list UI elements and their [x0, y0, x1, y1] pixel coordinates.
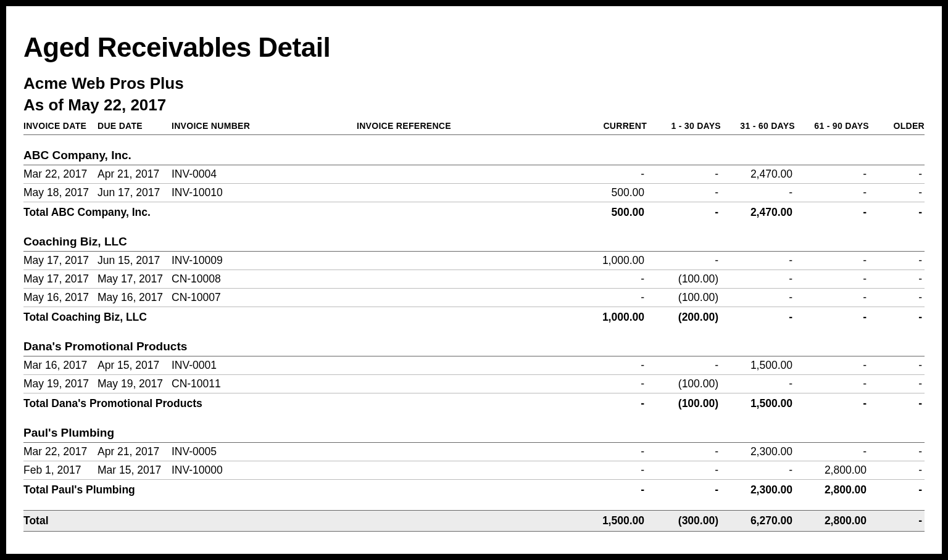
cell-invoice-date: May 18, 2017 — [23, 184, 98, 202]
section-total-d1_30: - — [647, 202, 721, 222]
cell-d61_90: - — [795, 289, 869, 307]
cell-invoice-date: May 17, 2017 — [23, 252, 98, 270]
cell-d61_90: - — [795, 356, 869, 375]
cell-invoice-reference — [357, 443, 573, 461]
cell-invoice-date: Mar 22, 2017 — [23, 443, 98, 461]
table-row: May 17, 2017May 17, 2017CN-10008-(100.00… — [23, 270, 925, 289]
cell-older: - — [869, 270, 925, 289]
section-total-d61_90: 2,800.00 — [795, 480, 869, 500]
section-header: Dana's Promotional Products — [23, 326, 925, 356]
cell-invoice-number: INV-10009 — [172, 252, 357, 270]
col-invoice-reference: INVOICE REFERENCE — [357, 118, 573, 135]
col-31-60: 31 - 60 DAYS — [721, 118, 795, 135]
col-invoice-date: INVOICE DATE — [23, 118, 98, 135]
section-total-d1_30: - — [647, 480, 721, 500]
cell-invoice-number: INV-0001 — [172, 356, 357, 375]
cell-invoice-date: Mar 22, 2017 — [23, 165, 98, 184]
section-total-older: - — [869, 307, 925, 327]
section-name-cell: Paul's Plumbing — [23, 413, 925, 443]
cell-older: - — [869, 165, 925, 184]
cell-invoice-date: May 17, 2017 — [23, 270, 98, 289]
table-row: Mar 22, 2017Apr 21, 2017INV-0004--2,470.… — [23, 165, 925, 184]
cell-current: - — [573, 356, 647, 375]
section-total-d61_90: - — [795, 393, 869, 413]
section-total-current: - — [573, 393, 647, 413]
cell-older: - — [869, 252, 925, 270]
cell-invoice-number: INV-10000 — [172, 461, 357, 480]
section-total-row: Total Coaching Biz, LLC1,000.00(200.00)-… — [23, 307, 925, 327]
cell-invoice-reference — [357, 165, 573, 184]
cell-older: - — [869, 289, 925, 307]
table-header-row: INVOICE DATE DUE DATE INVOICE NUMBER INV… — [23, 118, 925, 135]
section-total-current: 1,000.00 — [573, 307, 647, 327]
section-total-d1_30: (100.00) — [647, 393, 721, 413]
section-total-older: - — [869, 480, 925, 500]
section-total-label: Total Paul's Plumbing — [23, 480, 573, 500]
section-name-cell: ABC Company, Inc. — [23, 135, 925, 165]
section-total-d61_90: - — [795, 202, 869, 222]
cell-current: - — [573, 461, 647, 480]
table-row: Mar 16, 2017Apr 15, 2017INV-0001--1,500.… — [23, 356, 925, 375]
section-total-d31_60: - — [721, 307, 795, 327]
cell-current: - — [573, 375, 647, 393]
col-invoice-number: INVOICE NUMBER — [172, 118, 357, 135]
cell-d1_30: (100.00) — [647, 375, 721, 393]
cell-due-date: Apr 21, 2017 — [98, 443, 172, 461]
cell-d61_90: - — [795, 443, 869, 461]
cell-older: - — [869, 184, 925, 202]
as-of-date: As of May 22, 2017 — [23, 96, 925, 115]
cell-invoice-number: CN-10008 — [172, 270, 357, 289]
cell-d31_60: - — [721, 252, 795, 270]
cell-invoice-reference — [357, 375, 573, 393]
section-total-row: Total ABC Company, Inc.500.00-2,470.00-- — [23, 202, 925, 222]
section-total-d31_60: 2,300.00 — [721, 480, 795, 500]
cell-d31_60: 1,500.00 — [721, 356, 795, 375]
col-current: CURRENT — [573, 118, 647, 135]
section-total-current: 500.00 — [573, 202, 647, 222]
cell-d1_30: (100.00) — [647, 289, 721, 307]
cell-d61_90: - — [795, 375, 869, 393]
table-row: Mar 22, 2017Apr 21, 2017INV-0005--2,300.… — [23, 443, 925, 461]
cell-current: - — [573, 289, 647, 307]
cell-due-date: Mar 15, 2017 — [98, 461, 172, 480]
cell-d61_90: - — [795, 184, 869, 202]
cell-invoice-date: May 16, 2017 — [23, 289, 98, 307]
col-1-30: 1 - 30 DAYS — [647, 118, 721, 135]
section-total-d61_90: - — [795, 307, 869, 327]
cell-invoice-reference — [357, 252, 573, 270]
cell-d1_30: - — [647, 461, 721, 480]
col-due-date: DUE DATE — [98, 118, 172, 135]
cell-older: - — [869, 461, 925, 480]
section-total-label: Total Coaching Biz, LLC — [23, 307, 573, 327]
cell-d1_30: (100.00) — [647, 270, 721, 289]
cell-d31_60: - — [721, 461, 795, 480]
col-61-90: 61 - 90 DAYS — [795, 118, 869, 135]
aged-receivables-table: INVOICE DATE DUE DATE INVOICE NUMBER INV… — [23, 118, 925, 532]
cell-due-date: Apr 15, 2017 — [98, 356, 172, 375]
cell-invoice-number: CN-10011 — [172, 375, 357, 393]
section-total-d31_60: 2,470.00 — [721, 202, 795, 222]
cell-invoice-number: INV-0004 — [172, 165, 357, 184]
section-header: Paul's Plumbing — [23, 413, 925, 443]
cell-d31_60: - — [721, 270, 795, 289]
cell-d61_90: - — [795, 270, 869, 289]
cell-older: - — [869, 443, 925, 461]
cell-d1_30: - — [647, 165, 721, 184]
grand-total-d31_60: 6,270.00 — [721, 511, 795, 532]
cell-current: - — [573, 270, 647, 289]
cell-invoice-reference — [357, 461, 573, 480]
section-header: ABC Company, Inc. — [23, 135, 925, 165]
table-row: May 16, 2017May 16, 2017CN-10007-(100.00… — [23, 289, 925, 307]
section-total-d1_30: (200.00) — [647, 307, 721, 327]
cell-invoice-date: Mar 16, 2017 — [23, 356, 98, 375]
cell-d31_60: 2,470.00 — [721, 165, 795, 184]
cell-due-date: May 17, 2017 — [98, 270, 172, 289]
cell-current: 1,000.00 — [573, 252, 647, 270]
grand-total-older: - — [869, 511, 925, 532]
cell-d31_60: - — [721, 289, 795, 307]
report-frame: Aged Receivables Detail Acme Web Pros Pl… — [0, 0, 948, 560]
section-name-cell: Dana's Promotional Products — [23, 326, 925, 356]
cell-due-date: Apr 21, 2017 — [98, 165, 172, 184]
table-row: May 17, 2017Jun 15, 2017INV-100091,000.0… — [23, 252, 925, 270]
section-header: Coaching Biz, LLC — [23, 221, 925, 252]
